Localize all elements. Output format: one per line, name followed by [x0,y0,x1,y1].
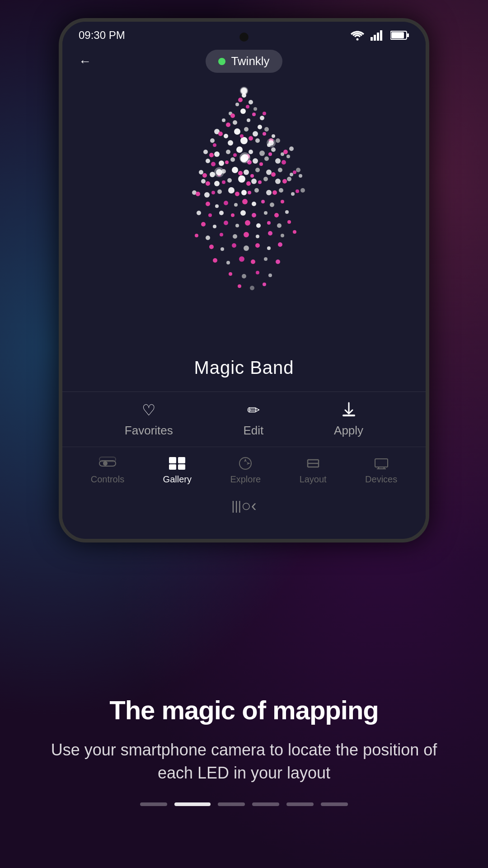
action-buttons: ♡ Favorites ✏ Edit Apply [62,392,426,447]
explore-label: Explore [230,474,261,485]
svg-rect-2 [374,35,376,41]
side-button [426,148,429,184]
page-indicators [140,802,348,806]
favorites-label: Favorites [125,424,173,438]
svg-point-167 [213,258,217,263]
layout-icon [304,456,322,471]
svg-point-26 [224,134,228,138]
svg-point-137 [240,210,246,216]
svg-point-100 [282,179,287,184]
svg-point-166 [278,242,282,247]
svg-point-155 [244,232,249,237]
svg-point-9 [235,103,239,106]
back-android-button[interactable]: ‹ [251,496,257,515]
svg-point-15 [222,118,225,122]
nav-explore[interactable]: Explore [230,456,261,485]
nav-controls[interactable]: Controls [91,456,124,485]
svg-point-99 [258,180,262,184]
svg-point-97 [222,180,225,184]
svg-point-128 [242,199,248,204]
svg-point-10 [249,100,253,104]
svg-point-172 [276,259,280,264]
svg-point-126 [224,201,228,205]
nav-devices[interactable]: Devices [365,456,397,485]
svg-point-111 [196,192,200,196]
svg-point-60 [286,155,290,158]
apply-label: Apply [334,424,363,438]
tree-visualization [62,77,426,349]
android-nav: ||| ○ ‹ [213,489,275,523]
svg-point-27 [234,128,240,135]
svg-point-173 [229,272,232,276]
svg-point-129 [252,202,256,206]
svg-point-119 [241,154,249,161]
svg-point-132 [281,200,284,203]
svg-point-125 [215,204,219,208]
page-dot-2[interactable] [174,802,211,806]
svg-point-152 [206,236,210,240]
svg-point-161 [221,247,224,251]
svg-point-131 [270,203,274,207]
svg-point-174 [242,274,246,278]
svg-point-0 [357,38,359,41]
svg-point-61 [209,153,214,157]
svg-point-49 [259,151,265,156]
apply-button[interactable]: Apply [334,401,363,438]
effect-title: Magic Band [194,358,294,378]
brand-name: Twinkly [231,54,269,68]
nav-gallery[interactable]: Gallery [163,456,192,485]
svg-point-59 [275,158,281,164]
svg-point-18 [258,125,262,129]
svg-point-96 [206,181,210,186]
explore-icon [236,456,254,471]
svg-point-163 [244,245,249,251]
header: ← Twinkly [62,45,426,77]
svg-point-39 [240,134,244,138]
svg-point-88 [287,177,291,181]
svg-point-70 [282,160,286,165]
svg-point-28 [244,127,249,132]
recent-apps-button[interactable]: ||| [231,499,241,513]
svg-point-141 [285,210,289,214]
svg-point-66 [211,162,216,166]
svg-point-138 [252,213,256,217]
svg-point-83 [227,178,232,183]
svg-point-30 [264,127,269,132]
svg-point-108 [279,188,283,193]
nav-layout[interactable]: Layout [300,456,327,485]
svg-point-20 [246,105,249,108]
svg-point-140 [274,213,279,217]
favorites-button[interactable]: ♡ Favorites [125,401,173,438]
svg-point-84 [238,175,245,183]
svg-point-102 [204,192,210,198]
svg-point-85 [251,179,257,184]
svg-point-38 [218,132,223,136]
svg-point-135 [219,211,224,215]
svg-point-142 [201,222,206,226]
svg-point-77 [266,170,272,175]
svg-point-121 [268,140,274,146]
svg-point-52 [289,146,294,151]
svg-point-139 [264,211,267,215]
svg-point-44 [203,150,208,154]
svg-point-179 [263,283,266,286]
svg-point-127 [234,203,238,207]
svg-point-32 [210,138,215,143]
home-button[interactable]: ○ [241,496,251,515]
svg-point-151 [195,234,198,237]
svg-point-124 [206,202,210,206]
svg-point-159 [293,230,296,234]
svg-rect-7 [391,32,404,38]
svg-point-95 [293,170,296,174]
svg-point-105 [241,190,247,195]
edit-label: Edit [244,424,264,438]
svg-point-58 [264,156,269,161]
svg-point-148 [267,221,271,225]
edit-button[interactable]: ✏ Edit [244,401,264,438]
svg-point-79 [290,173,293,176]
svg-point-41 [263,132,266,136]
edit-icon: ✏ [247,401,260,419]
svg-point-93 [250,174,254,178]
back-button[interactable]: ← [79,54,91,69]
svg-point-71 [199,170,203,175]
